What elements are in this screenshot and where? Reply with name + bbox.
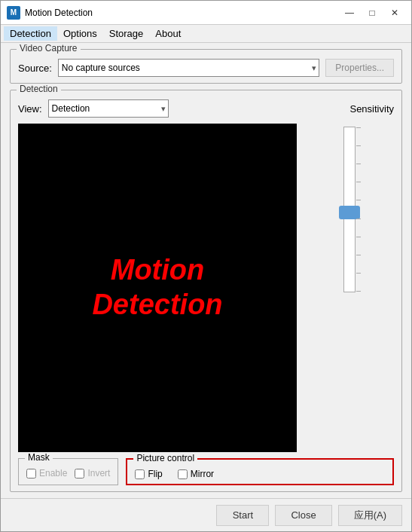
tick-4 [356,182,361,182]
tick-10 [356,291,361,292]
view-select-wrapper[interactable]: Detection Camera Difference [48,99,169,118]
picture-controls: Flip Mirror [135,469,385,479]
apply-button[interactable]: 应用(A) [338,505,402,526]
source-select[interactable]: No capture sources [58,59,319,77]
flip-item[interactable]: Flip [135,469,162,479]
flip-label: Flip [148,469,162,479]
view-label: View: [18,103,42,115]
menu-storage[interactable]: Storage [103,26,150,41]
camera-area-container: Motion Detection [18,124,394,452]
tick-6 [356,219,361,219]
video-capture-row: Source: No capture sources Properties... [18,59,394,77]
video-capture-group: Video Capture Source: No capture sources… [10,49,402,84]
title-bar: M Motion Detection — □ ✕ [1,1,411,25]
tick-2 [356,145,361,146]
mirror-label: Mirror [191,469,214,479]
tick-3 [356,164,361,164]
minimize-button[interactable]: — [339,5,360,21]
slider-tick-marks [356,127,361,292]
motion-text-line2: Detection [92,288,222,323]
footer: Start Close 应用(A) [1,498,411,531]
mask-invert-checkbox[interactable] [75,469,84,478]
mask-box: Mask Enable Invert [18,458,118,485]
mask-invert-item[interactable]: Invert [75,468,110,478]
mirror-checkbox[interactable] [178,469,188,479]
main-content: Video Capture Source: No capture sources… [1,43,411,498]
title-controls: — □ ✕ [339,5,405,21]
title-bar-left: M Motion Detection [7,6,93,20]
camera-view: Motion Detection [18,124,297,452]
tick-7 [356,237,361,237]
menu-about[interactable]: About [149,26,187,41]
window-title: Motion Detection [25,8,93,18]
tick-5 [356,200,361,200]
tick-9 [356,273,361,274]
picture-control-box: Picture control Flip Mirror [126,458,394,485]
detection-group: Detection View: Detection Camera Differe… [10,90,402,492]
picture-control-label: Picture control [133,453,197,463]
menu-options[interactable]: Options [57,26,103,41]
maximize-button[interactable]: □ [362,5,383,21]
mask-enable-label: Enable [39,468,67,478]
mask-enable-item[interactable]: Enable [26,468,67,478]
mirror-item[interactable]: Mirror [178,469,214,479]
detection-inner: View: Detection Camera Difference Sensit… [18,96,394,485]
detection-label: Detection [17,84,61,94]
menu-bar: Detection Options Storage About [1,25,411,43]
view-row: View: Detection Camera Difference Sensit… [18,99,394,118]
app-icon: M [7,6,20,20]
close-button[interactable]: Close [275,505,331,526]
view-select[interactable]: Detection Camera Difference [48,99,169,118]
start-button[interactable]: Start [216,505,269,526]
tick-8 [356,255,361,255]
motion-text-line1: Motion [111,253,205,288]
source-select-wrapper[interactable]: No capture sources [58,59,319,77]
properties-button[interactable]: Properties... [325,59,394,77]
sensitivity-label: Sensitivity [349,103,394,115]
video-capture-label: Video Capture [17,43,81,54]
mask-enable-checkbox[interactable] [26,469,36,478]
close-window-button[interactable]: ✕ [384,5,405,21]
flip-checkbox[interactable] [135,469,145,479]
mask-controls: Enable Invert [26,468,110,478]
mask-group-label: Mask [25,452,53,463]
menu-detection[interactable]: Detection [4,26,57,41]
tick-1 [356,127,361,128]
bottom-row: Mask Enable Invert [18,458,394,485]
slider-track[interactable] [343,127,356,292]
mask-invert-label: Invert [87,468,110,478]
main-window: M Motion Detection — □ ✕ Detection Optio… [0,0,412,532]
source-label: Source: [18,63,52,74]
sensitivity-slider-container [304,124,394,452]
